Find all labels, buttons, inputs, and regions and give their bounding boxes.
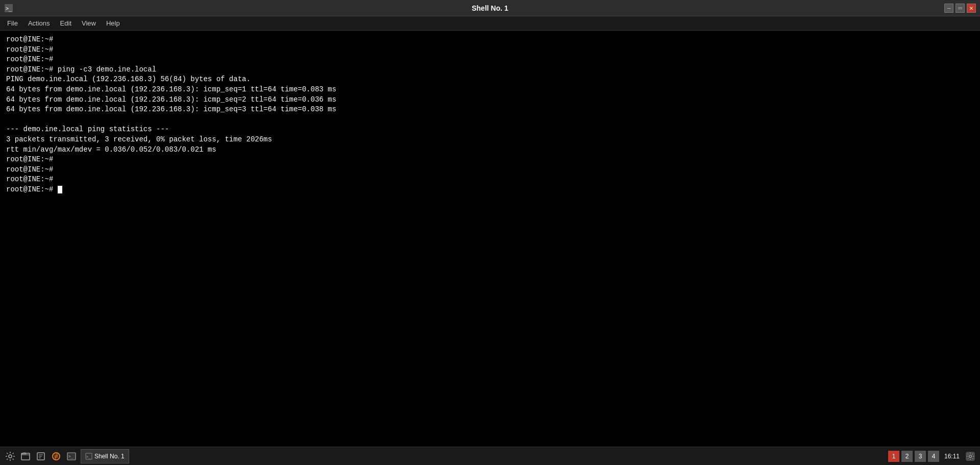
taskbar-files-icon[interactable] xyxy=(19,450,32,462)
terminal-line-6: 64 bytes from demo.ine.local (192.236.16… xyxy=(6,95,974,105)
taskbar-right: 1 2 3 4 16:11 xyxy=(888,451,976,462)
workspace-1-button[interactable]: 1 xyxy=(888,451,899,462)
workspace-4-button[interactable]: 4 xyxy=(928,451,939,462)
window-title: Shell No. 1 xyxy=(472,4,508,12)
maximize-button[interactable]: ▭ xyxy=(955,4,965,13)
terminal-line-0: root@INE:~# xyxy=(6,35,974,45)
terminal-line-13: root@INE:~# xyxy=(6,165,974,175)
terminal-line-11: rtt min/avg/max/mdev = 0.036/0.052/0.083… xyxy=(6,145,974,155)
terminal-line-5: 64 bytes from demo.ine.local (192.236.16… xyxy=(6,85,974,95)
terminal-line-3: root@INE:~# ping -c3 demo.ine.local xyxy=(6,65,974,75)
menu-actions[interactable]: Actions xyxy=(23,18,55,29)
taskbar-firefox-icon[interactable] xyxy=(50,450,62,462)
svg-text:>_: >_ xyxy=(6,6,12,12)
title-bar: >_ Shell No. 1 — ▭ ✕ xyxy=(0,0,980,16)
close-button[interactable]: ✕ xyxy=(967,4,976,13)
taskbar-config-icon[interactable] xyxy=(965,451,976,462)
terminal-line-9: --- demo.ine.local ping statistics --- xyxy=(6,125,974,135)
taskbar-editor-icon[interactable] xyxy=(35,450,47,462)
terminal-body[interactable]: root@INE:~# root@INE:~# root@INE:~# root… xyxy=(0,31,980,447)
menu-view[interactable]: View xyxy=(77,18,101,29)
terminal-line-1: root@INE:~# xyxy=(6,45,974,55)
window-controls: — ▭ ✕ xyxy=(944,4,976,13)
terminal-line-2: root@INE:~# xyxy=(6,55,974,65)
terminal-title-icon: >_ xyxy=(4,4,13,13)
clock: 16:11 xyxy=(941,453,963,460)
svg-point-2 xyxy=(9,455,12,458)
taskbar-app-shell[interactable]: >_ Shell No. 1 xyxy=(81,449,129,463)
title-bar-left: >_ xyxy=(4,4,13,13)
terminal-line-14: root@INE:~# xyxy=(6,175,974,185)
menu-file[interactable]: File xyxy=(2,18,23,29)
svg-text:>_: >_ xyxy=(86,455,91,459)
terminal-cursor xyxy=(58,186,62,193)
terminal-line-4: PING demo.ine.local (192.236.168.3) 56(8… xyxy=(6,75,974,85)
terminal-line-7: 64 bytes from demo.ine.local (192.236.16… xyxy=(6,105,974,115)
menu-edit[interactable]: Edit xyxy=(55,18,77,29)
workspace-2-button[interactable]: 2 xyxy=(901,451,913,462)
taskbar-app-label: Shell No. 1 xyxy=(94,453,125,460)
terminal-line-12: root@INE:~# xyxy=(6,155,974,165)
workspace-3-button[interactable]: 3 xyxy=(915,451,926,462)
taskbar: >_ >_ Shell No. 1 1 2 3 4 16:11 xyxy=(0,447,980,465)
menu-help[interactable]: Help xyxy=(101,18,125,29)
terminal-line-8 xyxy=(6,115,974,125)
terminal-prompt-active[interactable]: root@INE:~# xyxy=(6,185,974,195)
taskbar-settings-icon[interactable] xyxy=(4,450,16,462)
taskbar-terminal-icon2[interactable]: >_ xyxy=(65,450,78,462)
taskbar-left: >_ >_ Shell No. 1 xyxy=(4,449,129,463)
terminal-line-10: 3 packets transmitted, 3 received, 0% pa… xyxy=(6,135,974,145)
svg-text:>_: >_ xyxy=(68,454,74,459)
minimize-button[interactable]: — xyxy=(944,4,953,13)
menu-bar: File Actions Edit View Help xyxy=(0,16,980,31)
